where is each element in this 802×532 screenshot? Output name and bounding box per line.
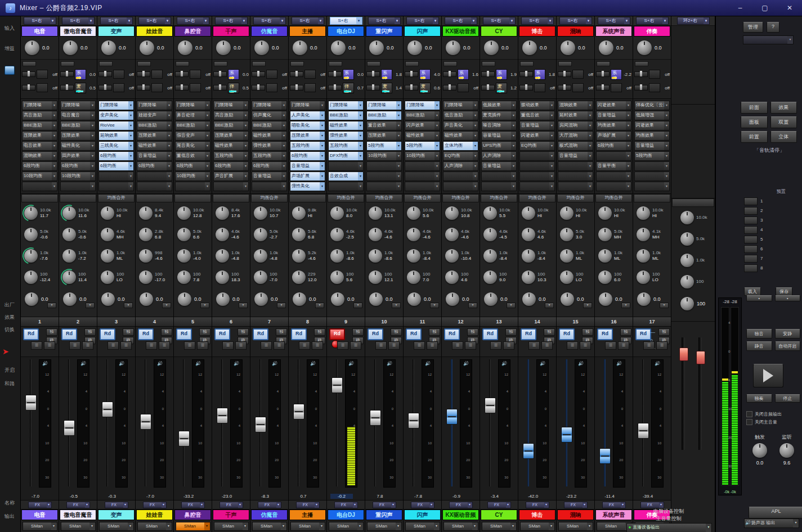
effect-slot-empty[interactable]: ▾ (558, 172, 593, 181)
route-select[interactable]: S+右▾ (559, 17, 592, 25)
channel-menu-button[interactable]: ☰ (197, 341, 208, 350)
send-slot-empty[interactable] (572, 70, 584, 79)
pan-preset-dropdown[interactable]: ▾ (392, 303, 401, 308)
effect-slot-empty[interactable]: ▾ (366, 161, 402, 171)
record-button[interactable]: Rd (214, 328, 230, 340)
speaker-icon[interactable]: 🔊 (307, 361, 319, 366)
output-device-select[interactable]: SMan▾ (176, 522, 210, 531)
eq-band-knob[interactable] (637, 228, 650, 241)
effect-slot[interactable]: 6段均衡▾ (213, 161, 249, 171)
send-tab[interactable] (635, 61, 648, 66)
eq-band-knob[interactable] (445, 206, 459, 220)
eq-merge-header[interactable]: 均衡合并 (481, 194, 517, 202)
effect-slot[interactable]: 音量增益▾ (519, 121, 555, 130)
effect-slot[interactable]: 声音美化▾ (443, 121, 478, 130)
effect-slot[interactable]: 重低音效▾ (519, 111, 555, 120)
send-slider[interactable] (98, 85, 112, 91)
send-slot-empty[interactable] (534, 83, 545, 92)
pan-preset-dropdown[interactable]: ▾ (507, 303, 516, 308)
eq-merge-header[interactable]: 均衡合并 (328, 194, 364, 202)
record-button[interactable]: Rd (329, 328, 345, 340)
send-tab[interactable] (443, 61, 457, 66)
fx-preset-dropdown[interactable]: FX▾ (181, 502, 205, 508)
send-select[interactable]: 系统 (611, 69, 622, 80)
pre-listen-button[interactable]: ☰ (337, 341, 348, 350)
effect-slot[interactable]: BBE激励▾ (175, 121, 210, 130)
solo-button[interactable]: 独 (123, 328, 134, 336)
effect-slot[interactable]: 大厅混响▾ (558, 131, 593, 141)
eq-band-knob[interactable] (139, 206, 153, 220)
effect-slot-empty[interactable]: ▾ (634, 172, 670, 181)
send-slot-empty[interactable] (151, 70, 163, 79)
fader-track[interactable] (180, 359, 187, 486)
send-tab[interactable] (597, 61, 610, 66)
channel-name-top[interactable]: 干声 (213, 26, 249, 37)
channel-menu-button[interactable]: ☰ (159, 341, 170, 350)
effect-slot[interactable]: 门限降噪▾ (22, 101, 57, 110)
pre-listen-button[interactable]: ☰ (31, 341, 42, 350)
route-select[interactable]: S+右▾ (445, 17, 477, 25)
eq-band-knob[interactable] (598, 270, 612, 284)
solo-button[interactable]: 独 (46, 328, 57, 336)
preset-slot-button[interactable] (744, 207, 758, 215)
send-tab[interactable] (405, 61, 419, 66)
eq-band-knob[interactable] (560, 270, 574, 284)
output-device-select[interactable]: SMan▾ (214, 522, 249, 531)
eq-band-knob[interactable] (560, 228, 574, 241)
effect-slot[interactable]: 唱歌美化▾ (290, 121, 325, 130)
pan-preset-dropdown[interactable]: ▾ (124, 303, 133, 308)
channel-name-top[interactable]: 电音 (21, 26, 58, 37)
send-select[interactable]: 系统 (458, 69, 469, 80)
effect-slot[interactable]: 6段均衡▾ (22, 161, 57, 171)
speaker-icon[interactable]: 🔊 (537, 361, 548, 366)
master-pan-knob[interactable] (680, 297, 694, 310)
gain-knob[interactable] (63, 40, 78, 55)
effect-slot[interactable]: 磁性效果▾ (252, 131, 287, 141)
effect-slot[interactable]: 6段均衡▾ (596, 141, 631, 151)
effect-slot[interactable]: 10段均衡▾ (22, 172, 57, 181)
pan-knob[interactable] (140, 292, 153, 306)
fader-handle[interactable] (25, 395, 37, 411)
quiet-button[interactable]: 安静 (775, 329, 801, 339)
speaker-icon[interactable]: 🔊 (460, 361, 472, 366)
effect-slot[interactable]: BBE激励▾ (60, 121, 96, 130)
speaker-icon[interactable]: 🔊 (78, 361, 89, 366)
eq-band-knob[interactable] (330, 206, 344, 220)
effect-slot[interactable]: 声音扩展▾ (213, 172, 249, 181)
fader-handle[interactable] (485, 398, 496, 413)
effect-slot-empty[interactable]: ▾ (596, 172, 631, 181)
channel-name-bottom[interactable]: 干声 (213, 510, 249, 520)
effect-slot[interactable]: 声场扩展▾ (596, 131, 631, 141)
record-button[interactable]: Rd (291, 328, 307, 340)
eq-band-knob[interactable] (24, 270, 38, 284)
link-icon[interactable]: —○— (650, 328, 658, 336)
effect-slot[interactable]: 门限降噪▾ (175, 101, 210, 110)
pre-listen-button[interactable]: ☰ (69, 341, 80, 350)
eq-band-knob[interactable] (254, 206, 267, 220)
route-select[interactable]: S+右▾ (406, 17, 439, 25)
gain-knob[interactable] (637, 40, 652, 55)
eq-band-knob[interactable] (407, 270, 420, 284)
effect-slot-empty[interactable]: ▾ (634, 182, 670, 191)
channel-menu-button[interactable]: ☰ (44, 341, 55, 350)
preset-slot-row[interactable]: 1 (744, 196, 798, 206)
fader-track[interactable] (524, 359, 532, 486)
effect-slot-empty[interactable]: ▾ (596, 151, 631, 161)
fader-handle[interactable] (523, 443, 534, 459)
effect-slot[interactable]: 电音魔音▾ (60, 111, 96, 120)
eq-merge-header[interactable] (213, 194, 249, 202)
send-select[interactable]: 伴奏 (228, 83, 239, 93)
send-tab[interactable] (214, 61, 227, 66)
effect-slot-empty[interactable]: ▾ (443, 172, 478, 181)
channel-menu-button[interactable]: ☰ (388, 341, 400, 350)
channel-name-top[interactable]: 博击 (519, 26, 555, 37)
channel-name-bottom[interactable]: CY (481, 510, 517, 520)
eq-band-knob[interactable] (254, 249, 267, 263)
effect-slot[interactable]: 音量增益▾ (481, 161, 517, 171)
fader-handle[interactable] (217, 408, 228, 423)
pan-preset-dropdown[interactable]: ▾ (239, 303, 248, 308)
send-tab[interactable] (61, 61, 74, 66)
route-select[interactable]: S+右▾ (253, 17, 286, 25)
eq-band-knob[interactable] (24, 228, 38, 241)
effect-slot[interactable]: 10段均衡▾ (405, 151, 440, 161)
